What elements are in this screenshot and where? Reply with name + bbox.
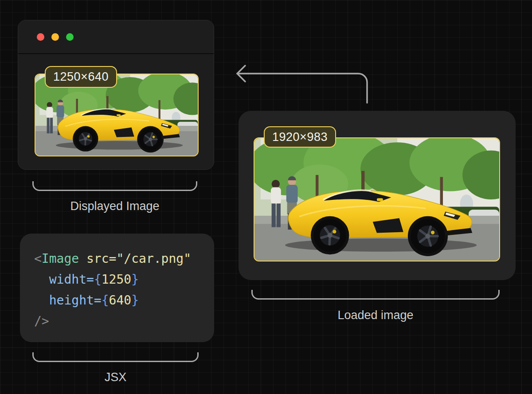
displayed-image-label: Displayed Image [32, 199, 197, 213]
jsx-label: JSX [32, 371, 199, 384]
minimize-button[interactable] [51, 33, 59, 41]
car-illustration [254, 138, 499, 261]
dimension-badge-loaded-text: 1920×983 [272, 130, 328, 144]
code-block: <Image src="/car.png" widht={1250} heigh… [20, 234, 214, 342]
loaded-image-bracket [251, 290, 500, 300]
loaded-image-card: 1920×983 [239, 111, 516, 280]
jsx-bracket [32, 352, 199, 362]
loaded-image-label: Loaded image [251, 308, 500, 322]
dimension-badge-loaded: 1920×983 [264, 126, 336, 148]
displayed-image-bracket [32, 181, 197, 191]
jsx-code: <Image src="/car.png" widht={1250} heigh… [34, 248, 191, 332]
stage: { "labels": { "displayed": "Displayed Im… [0, 0, 532, 394]
close-button[interactable] [37, 33, 44, 41]
dimension-badge-displayed: 1250×640 [45, 66, 117, 88]
zoom-button[interactable] [66, 33, 74, 41]
loaded-image [254, 137, 500, 261]
dimension-badge-displayed-text: 1250×640 [53, 70, 109, 84]
window-controls [37, 33, 74, 41]
browser-titlebar [18, 20, 214, 54]
browser-window: 1250×640 [18, 20, 214, 170]
flow-arrow [228, 62, 386, 109]
